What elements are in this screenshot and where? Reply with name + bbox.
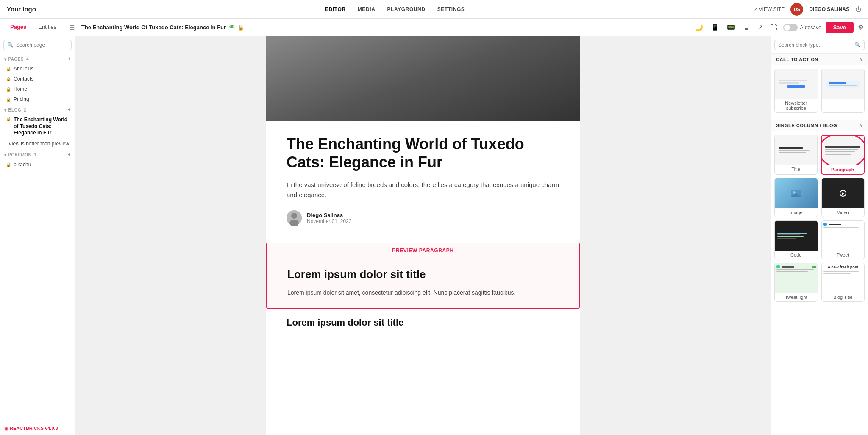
toolbar-tabs: Pages Entities [4, 19, 62, 36]
tablet-icon[interactable]: 📟 [725, 22, 737, 33]
image-block[interactable]: Image [774, 178, 818, 217]
more-content: Lorem ipsum dolor sit title [266, 317, 580, 328]
rp-blog-section[interactable]: SINGLE COLUMN / BLOG ∧ [771, 120, 868, 131]
sidebar-item-pricing[interactable]: 🔒 Pricing [0, 94, 75, 104]
code-block[interactable]: Code [774, 220, 818, 259]
sidebar-item-contacts[interactable]: 🔒 Contacts [0, 74, 75, 84]
tweet-light-block[interactable]: Tweet light [774, 263, 818, 302]
rp-cta-section[interactable]: CALL TO ACTION ∧ [771, 53, 868, 65]
newsletter-preview [775, 69, 818, 99]
cta-empty-preview [822, 69, 865, 99]
blog-blocks-label: SINGLE COLUMN / BLOG [776, 123, 837, 128]
navbar-right: ↗ VIEW SITE DS DIEGO SALINAS ⏻ [754, 3, 861, 16]
cta-empty-block[interactable] [821, 69, 865, 113]
blog-collapse-icon[interactable]: ∧ [859, 123, 863, 128]
lock-icon: 🔒 [6, 87, 11, 92]
share-icon[interactable]: ↗ [756, 22, 765, 33]
pokemon-section-header[interactable]: ▾ POKEMON 1 + [0, 149, 75, 159]
lock-icon[interactable]: 🔒 [237, 24, 244, 31]
reactbricks-logo: ▣ [4, 426, 8, 431]
blog-title-label: Blog Title [822, 293, 865, 301]
svg-point-2 [482, 75, 508, 121]
eye-icon[interactable]: 👁 [229, 24, 235, 31]
svg-point-8 [492, 119, 498, 121]
tab-entities[interactable]: Entities [32, 19, 62, 36]
sidebar-item-tuxedo-cats[interactable]: 🔒 The Enchanting World of Tuxedo Cats: E… [0, 114, 75, 139]
desktop-icon[interactable]: 🖥 [741, 22, 751, 33]
tweet-label: Tweet [822, 251, 865, 259]
hamburger-icon[interactable]: ☰ [69, 24, 75, 31]
preview-block: PREVIEW PARAGRAPH Lorem ipsum dolor sit … [266, 243, 580, 308]
title-block[interactable]: Title [774, 135, 818, 175]
autosave-label: Autosave [800, 25, 821, 31]
block-search-input[interactable] [778, 42, 852, 48]
lock-icon: 🔒 [6, 67, 11, 71]
tweet-block[interactable]: Tweet [821, 220, 865, 259]
search-icon: 🔍 [7, 42, 14, 48]
mobile-icon[interactable]: 📱 [709, 22, 721, 33]
author-name: Diego Salinas [307, 212, 351, 218]
version-label: REACTBRICKS v4.0.3 [10, 426, 58, 431]
tab-pages[interactable]: Pages [4, 19, 32, 36]
view-site-link[interactable]: ↗ VIEW SITE [754, 6, 785, 12]
video-block[interactable]: ▶ Video [821, 178, 865, 217]
sidebar-item-pikachu[interactable]: 🔒 pikachu [0, 159, 75, 170]
add-pokemon-icon[interactable]: + [68, 152, 71, 158]
cta-collapse-icon[interactable]: ∧ [859, 56, 863, 62]
toolbar: Pages Entities ☰ The Enchanting World Of… [0, 19, 868, 36]
svg-point-6 [479, 118, 486, 121]
pages-count: 4 [26, 57, 29, 61]
right-panel: 🔍 CALL TO ACTION ∧ Newsletter subscribe [771, 36, 868, 435]
pokemon-count: 1 [34, 153, 36, 157]
blog-title-block[interactable]: A new fresh post Blog Title [821, 263, 865, 302]
settings-gear-icon[interactable]: ⚙ [858, 23, 864, 31]
user-name: DIEGO SALINAS [809, 6, 849, 12]
content-area: The Enchanting World of Tuxedo Cats: Ele… [75, 36, 771, 435]
add-blog-icon[interactable]: + [68, 107, 71, 113]
code-tweet-row: Code [774, 220, 865, 259]
paragraph-label: Paragraph [822, 165, 864, 174]
autosave-toggle: Autosave [783, 24, 821, 31]
expand-icon[interactable]: ⛶ [769, 22, 779, 33]
sidebar: 🔍 ▾ PAGES 4 + 🔒 About us 🔒 Contacts 🔒 Ho… [0, 36, 75, 435]
play-icon: ▶ [840, 190, 846, 197]
svg-point-1 [461, 53, 512, 87]
add-page-icon[interactable]: + [68, 56, 71, 62]
nav-media[interactable]: MEDIA [358, 6, 376, 12]
lock-icon: 🔒 [6, 97, 11, 102]
autosave-switch[interactable] [783, 24, 798, 31]
image-preview [775, 178, 818, 208]
sidebar-item-view-preview[interactable]: View is better than preview [0, 139, 75, 150]
blog-count: 2 [24, 108, 26, 112]
blog-section-header[interactable]: ▾ BLOG 2 + [0, 104, 75, 114]
sidebar-item-home[interactable]: 🔒 Home [0, 84, 75, 94]
image-label: Image [775, 208, 818, 217]
page-container: The Enchanting World of Tuxedo Cats: Ele… [266, 36, 580, 435]
paragraph-block[interactable]: Paragraph [821, 135, 865, 175]
sidebar-item-about-us[interactable]: 🔒 About us [0, 64, 75, 74]
preview-text: Lorem ipsum dolor sit amet, consectetur … [287, 288, 559, 297]
search-input[interactable] [16, 42, 75, 48]
main-layout: 🔍 ▾ PAGES 4 + 🔒 About us 🔒 Contacts 🔒 Ho… [0, 36, 868, 435]
svg-point-3 [467, 79, 489, 121]
nav-settings[interactable]: SETTINGS [437, 6, 465, 12]
nav-editor[interactable]: EDITOR [325, 6, 346, 12]
lock-icon: 🔒 [6, 162, 11, 167]
moon-icon[interactable]: 🌙 [693, 22, 705, 33]
save-button[interactable]: Save [826, 22, 854, 33]
pages-section-header[interactable]: ▾ PAGES 4 + [0, 53, 75, 64]
more-title: Lorem ipsum dolor sit title [287, 317, 559, 328]
page-title-icons: 👁 🔒 [229, 24, 244, 31]
preview-content: Lorem ipsum dolor sit title Lorem ipsum … [267, 258, 579, 307]
cta-label: CALL TO ACTION [776, 57, 818, 62]
title-preview [775, 135, 817, 165]
rp-search-container: 🔍 [774, 40, 865, 50]
lock-icon: 🔒 [6, 117, 11, 121]
cta-empty-label [822, 99, 865, 102]
tweet-light-preview [775, 263, 818, 293]
sidebar-footer: ▣ REACTBRICKS v4.0.3 [0, 421, 75, 435]
tweet-light-label: Tweet light [775, 293, 818, 301]
newsletter-block[interactable]: Newsletter subscribe [774, 69, 818, 113]
nav-playground[interactable]: PLAYGROUND [387, 6, 425, 12]
power-icon[interactable]: ⏻ [855, 6, 861, 13]
